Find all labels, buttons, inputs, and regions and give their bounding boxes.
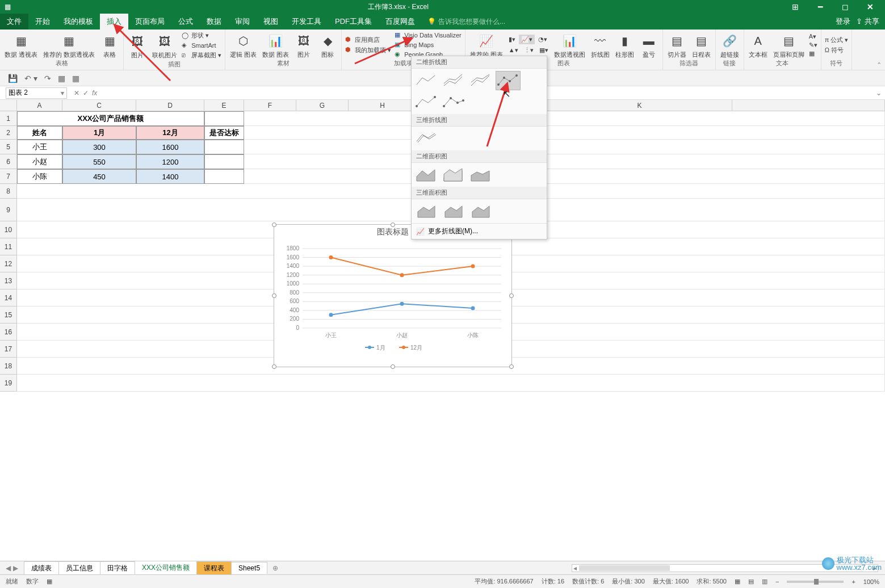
collapse-ribbon-icon[interactable]: ⌃ — [876, 61, 882, 69]
col-header-a[interactable]: A — [17, 100, 62, 111]
login-button[interactable]: 登录 — [836, 16, 850, 27]
row-header[interactable]: 17 — [0, 341, 17, 358]
col-header-h[interactable]: H — [349, 100, 417, 111]
logic-chart-button[interactable]: ⬡逻辑 图表 — [228, 31, 259, 59]
area-chart-3d-type-2[interactable] — [441, 201, 466, 221]
sheet-tab[interactable]: 课程表 — [196, 561, 232, 575]
sheet-tab[interactable]: 田字格 — [100, 561, 135, 575]
sparkline-winloss-button[interactable]: ▬盈亏 — [637, 31, 660, 59]
table-cell[interactable]: 300 — [62, 140, 136, 154]
header-month1[interactable]: 1月 — [62, 126, 136, 140]
header-pass[interactable]: 是否达标 — [204, 126, 244, 140]
tab-developer[interactable]: 开发工具 — [285, 14, 328, 30]
zoom-level[interactable]: 100% — [863, 578, 879, 585]
view-normal-icon[interactable]: ▦ — [735, 578, 740, 585]
resize-handle[interactable] — [272, 222, 276, 227]
col-header-e[interactable]: E — [204, 100, 244, 111]
resize-handle[interactable] — [272, 293, 276, 298]
smartart-button[interactable]: ◈SmartArt — [181, 41, 223, 50]
select-all-corner[interactable] — [0, 100, 17, 111]
qat-item-1[interactable]: ▦ — [58, 74, 65, 83]
sheet-nav-next[interactable]: ▶ — [13, 564, 18, 572]
chevron-down-icon[interactable]: ▾ — [61, 89, 64, 97]
col-header-c[interactable]: C — [62, 100, 136, 111]
resize-handle[interactable] — [391, 364, 395, 369]
row-header[interactable]: 11 — [0, 238, 17, 255]
table-cell[interactable]: 小陈 — [17, 169, 62, 184]
embedded-chart[interactable]: 图表标题 020040060080010001200140016001800 小… — [274, 224, 512, 367]
shapes-button[interactable]: ◯形状 ▾ — [181, 31, 223, 40]
table-cell[interactable] — [204, 140, 244, 154]
area-chart-type-2[interactable] — [441, 165, 466, 184]
col-header-g[interactable]: G — [296, 100, 349, 111]
zoom-out-button[interactable]: − — [775, 578, 779, 585]
tab-template[interactable]: 我的模板 — [57, 14, 100, 30]
resize-handle[interactable] — [509, 364, 514, 369]
row-header[interactable]: 7 — [0, 169, 17, 184]
col-header-d[interactable]: D — [136, 100, 204, 111]
tab-data[interactable]: 数据 — [200, 14, 228, 30]
scatter-chart-dropdown[interactable]: ⋮▾ — [522, 45, 536, 55]
material-icon-button[interactable]: ◆图标 — [316, 31, 339, 59]
row-header[interactable]: 9 — [0, 199, 17, 221]
symbol-button[interactable]: Ω 符号 — [824, 45, 850, 55]
maximize-icon[interactable]: ◻ — [834, 2, 857, 11]
resize-handle[interactable] — [272, 364, 276, 369]
table-cell[interactable]: 1400 — [136, 169, 204, 184]
table-title[interactable]: XXX公司产品销售额 — [17, 111, 204, 126]
row-header[interactable]: 18 — [0, 358, 17, 375]
sparkline-line-button[interactable]: 〰折线图 — [589, 31, 612, 59]
row-header[interactable]: 10 — [0, 221, 17, 238]
row-header[interactable]: 6 — [0, 154, 17, 169]
textbox-button[interactable]: A文本框 — [746, 31, 770, 59]
row-header[interactable]: 16 — [0, 324, 17, 341]
sheet-tab[interactable]: 成绩表 — [24, 561, 59, 575]
tab-review[interactable]: 审阅 — [228, 14, 257, 30]
area-chart-type-1[interactable] — [414, 165, 439, 184]
redo-button[interactable]: ↷ — [44, 74, 51, 83]
zoom-in-button[interactable]: + — [852, 578, 855, 585]
close-icon[interactable]: ✕ — [859, 2, 882, 11]
table-cell[interactable] — [204, 154, 244, 169]
more-line-charts-button[interactable]: 📈 更多折线图(M)... — [412, 223, 547, 239]
area-chart-type-3[interactable] — [468, 165, 493, 184]
row-header[interactable]: 13 — [0, 272, 17, 289]
header-name[interactable]: 姓名 — [17, 126, 62, 140]
chart-plot-area[interactable]: 020040060080010001200140016001800 小王小赵小陈… — [274, 237, 513, 356]
table-cell[interactable]: 小王 — [17, 140, 62, 154]
line-chart-dropdown[interactable]: 📈▾ — [519, 35, 535, 44]
sparkline-bar-button[interactable]: ▮柱形图 — [613, 31, 636, 59]
col-header-k[interactable]: K — [547, 100, 732, 111]
material-picture-button[interactable]: 🖼图片 — [292, 31, 315, 59]
undo-button[interactable]: ↶ ▾ — [24, 74, 37, 83]
table-cell[interactable]: 450 — [62, 169, 136, 184]
scrollbar-thumb[interactable] — [579, 565, 670, 571]
col-header-f[interactable]: F — [244, 100, 296, 111]
timeline-button[interactable]: ▤日程表 — [690, 31, 713, 59]
tab-home[interactable]: 开始 — [28, 14, 57, 30]
header-month12[interactable]: 12月 — [136, 126, 204, 140]
table-cell[interactable] — [204, 169, 244, 184]
fx-icon[interactable]: fx — [92, 89, 97, 97]
header-footer-button[interactable]: ▤页眉和页脚 — [771, 31, 807, 59]
view-break-icon[interactable]: ▥ — [762, 578, 767, 585]
pivot-chart-button[interactable]: 📊数据透视图 — [552, 31, 588, 59]
pivot-table-button[interactable]: ▦数据 透视表 — [2, 31, 40, 59]
tab-view[interactable]: 视图 — [257, 14, 285, 30]
line-chart-type-1[interactable] — [414, 71, 439, 90]
area-chart-3d-type-3[interactable] — [468, 201, 493, 221]
hyperlink-button[interactable]: 🔗超链接 — [718, 31, 741, 59]
row-header[interactable]: 1 — [0, 111, 17, 126]
line-chart-3d-type-1[interactable] — [414, 129, 439, 148]
line-chart-type-6[interactable] — [441, 93, 466, 112]
expand-formula-icon[interactable]: ⌄ — [873, 89, 885, 97]
view-page-icon[interactable]: ▤ — [748, 578, 754, 585]
sheet-tab[interactable]: 员工信息 — [58, 561, 100, 575]
row-header[interactable]: 8 — [0, 184, 17, 199]
recommended-pivot-button[interactable]: ▦推荐的 数据透视表 — [41, 31, 97, 59]
row-header[interactable]: 5 — [0, 140, 17, 154]
ribbon-options-icon[interactable]: ⊞ — [784, 2, 807, 11]
share-button[interactable]: ⇪ 共享 — [856, 16, 879, 27]
row-header[interactable]: 12 — [0, 255, 17, 272]
row-header[interactable]: 19 — [0, 375, 17, 392]
